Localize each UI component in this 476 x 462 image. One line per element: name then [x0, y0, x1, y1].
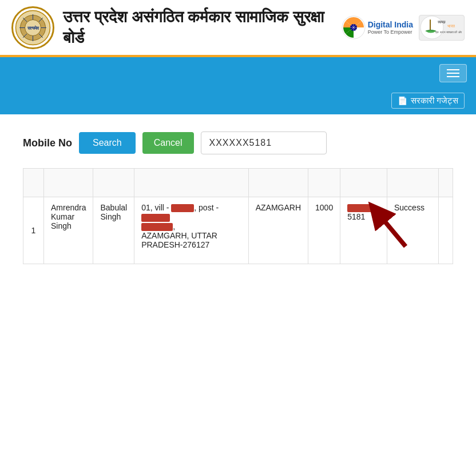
col-header-mobile [340, 169, 387, 197]
nav-section: 📄 सरकारी गजेट्स [0, 57, 476, 114]
redacted-village [171, 204, 194, 212]
cell-status: Success [387, 197, 438, 264]
svg-text:एक कदम स्वच्छता की ओर: एक कदम स्वच्छता की ओर [435, 30, 462, 34]
col-header-status [387, 169, 438, 197]
table-header-row [23, 169, 453, 197]
col-header-address [134, 169, 249, 197]
svg-text:स्वच्छ: स्वच्छ [437, 20, 446, 24]
gazette-link-label: सरकारी गजेट्स [411, 95, 458, 106]
gazette-link[interactable]: 📄 सरकारी गजेट्स [391, 93, 465, 109]
arrow-annotation [366, 201, 417, 252]
digital-india-badge: Digital India Power To Empower [342, 15, 413, 39]
site-title: उत्तर प्रदेश असंगठित कर्मकार सामाजिक सुर… [63, 7, 342, 49]
svg-line-25 [377, 212, 406, 246]
gazette-pdf-icon: 📄 [398, 96, 407, 105]
redacted-post2 [141, 223, 173, 231]
cell-district: AZAMGARH [248, 197, 308, 264]
hamburger-line-3 [447, 76, 459, 77]
col-header-index [23, 169, 44, 197]
header-badges: Digital India Power To Empower स्वच्छ भा… [342, 15, 465, 41]
cell-father-name: BabulalSingh [93, 197, 134, 264]
redacted-post1 [141, 214, 170, 222]
col-header-father [93, 169, 134, 197]
col-header-name [44, 169, 93, 197]
navbar [0, 57, 476, 89]
col-header-extra [438, 169, 453, 197]
cell-name: AmrendraKumarSingh [44, 197, 93, 264]
hamburger-line-2 [447, 73, 459, 74]
main-content: Mobile No Search Cancel [0, 114, 476, 281]
swachh-bharat-badge: स्वच्छ भारत एक कदम स्वच्छता की ओर [419, 15, 465, 41]
digital-india-subtitle: Power To Empower [368, 29, 413, 35]
cell-index: 1 [23, 197, 44, 264]
results-table: 1 AmrendraKumarSingh BabulalSingh 01, vi… [23, 168, 453, 264]
cell-amount: 1000 [308, 197, 340, 264]
hamburger-menu-button[interactable] [439, 64, 467, 82]
cell-extra [438, 197, 453, 264]
svg-rect-20 [430, 19, 431, 31]
digital-india-title: Digital India [368, 20, 413, 29]
results-table-wrapper: 1 AmrendraKumarSingh BabulalSingh 01, vi… [23, 168, 453, 264]
hamburger-line-1 [447, 69, 459, 70]
svg-text:भारत: भारत [447, 24, 455, 28]
gazette-bar: 📄 सरकारी गजेट्स [0, 89, 476, 114]
mobile-no-label: Mobile No [23, 137, 72, 149]
mobile-input[interactable] [201, 132, 327, 154]
col-header-district [248, 169, 308, 197]
site-header: सत्यमेव उत्तर प्रदेश असंगठित कर्मकार साम… [0, 0, 476, 57]
table-row: 1 AmrendraKumarSingh BabulalSingh 01, vi… [23, 197, 453, 264]
cell-address: 01, vill - , post - , AZAMGARH, UTTAR PR… [134, 197, 249, 264]
cancel-button[interactable]: Cancel [142, 132, 194, 154]
svg-point-19 [421, 16, 443, 39]
svg-text:सत्यमेव: सत्यमेव [27, 25, 39, 31]
site-logo: सत्यमेव [11, 6, 54, 49]
col-header-amount [308, 169, 340, 197]
search-button[interactable]: Search [79, 132, 136, 154]
search-bar: Mobile No Search Cancel [23, 132, 453, 154]
